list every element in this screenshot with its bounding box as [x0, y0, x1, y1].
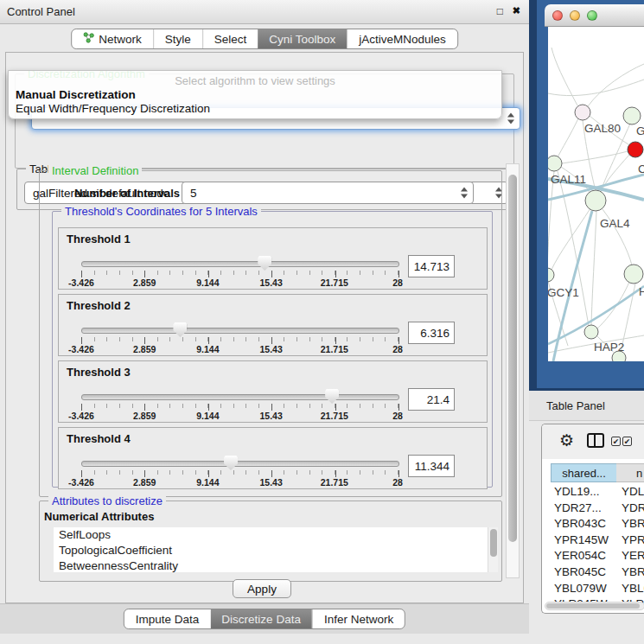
- table-row[interactable]: YBL079WYBL0: [542, 581, 644, 597]
- algorithm-dropdown-popup: Select algorithm to view settings Manual…: [8, 70, 502, 119]
- dropdown-item-equal-width-frequency[interactable]: Equal Width/Frequency Discretization: [16, 102, 210, 115]
- minimize-traffic-light-icon[interactable]: [570, 10, 580, 21]
- table-row[interactable]: YDL19...YDL1: [542, 484, 644, 501]
- threshold-panel: Threshold 2 -3.426 2.859 9.144 15.43: [58, 294, 488, 356]
- table-panel-window: ⚙ ✔ ✔ shared... n YDL19...YDL1 YDR27...Y…: [541, 424, 644, 614]
- threshold-label: Threshold 4: [67, 432, 131, 445]
- list-item[interactable]: BetweennessCentrality: [54, 558, 498, 572]
- network-window-titlebar[interactable]: [545, 4, 644, 27]
- list-item[interactable]: TopologicalCoefficient: [54, 543, 498, 558]
- threshold-value-input[interactable]: 14.713: [408, 255, 455, 277]
- columns-icon[interactable]: [587, 433, 604, 448]
- window-frame: [529, 0, 537, 391]
- table-hscrollbar[interactable]: [545, 602, 644, 610]
- node-label: GA: [636, 124, 644, 137]
- tab-select[interactable]: Select: [202, 29, 258, 48]
- node-selected-red[interactable]: [628, 142, 643, 157]
- threshold-panel: Threshold 1 -3.426 2.859 9.144 15.43: [58, 227, 488, 290]
- node-label: C: [638, 163, 644, 175]
- table-header: shared... n: [542, 463, 644, 483]
- apply-button[interactable]: Apply: [233, 579, 291, 598]
- close-panel-icon[interactable]: ✖: [513, 5, 520, 16]
- close-traffic-light-icon[interactable]: [552, 10, 563, 21]
- tab-label: jActiveMNodules: [359, 33, 446, 46]
- gear-icon[interactable]: ⚙: [559, 430, 574, 450]
- slider-thumb[interactable]: [173, 322, 187, 337]
- slider-ticks: [81, 271, 399, 277]
- tab-label: Impute Data: [136, 613, 200, 626]
- cyni-toolbox-panel: Discretization Algorithm Select algorith…: [5, 52, 524, 603]
- slider-thumb[interactable]: [224, 456, 238, 470]
- threshold-slider[interactable]: [81, 394, 399, 400]
- threshold-panel: Threshold 4 -3.426 2.859 9.144 15.43: [58, 427, 488, 489]
- table-row[interactable]: YBR045CYBR0: [542, 564, 644, 581]
- node[interactable]: [623, 107, 641, 124]
- checkbox-icon[interactable]: ✔: [622, 437, 632, 446]
- control-panel-window: Control Panel □ ✖ Network Style: [0, 0, 530, 644]
- tab-label: Style: [165, 33, 191, 46]
- dropdown-item-manual-discretization[interactable]: Manual Discretization: [16, 88, 136, 101]
- dropdown-hint: Select algorithm to view settings: [9, 74, 501, 87]
- list-scrollbar[interactable]: [488, 527, 498, 572]
- threshold-label: Threshold 3: [67, 366, 131, 379]
- node-gal80[interactable]: [575, 105, 590, 120]
- tab-jactivemnodules[interactable]: jActiveMNodules: [347, 29, 457, 48]
- tab-label: Select: [214, 33, 247, 46]
- tick-labels: -3.426 2.859 9.144 15.43 21.715 28: [81, 344, 398, 354]
- node-gcy1[interactable]: [548, 268, 554, 282]
- scrollbar-thumb[interactable]: [508, 175, 517, 542]
- zoom-traffic-light-icon[interactable]: [587, 10, 597, 21]
- table-row[interactable]: YER054CYER0: [542, 548, 644, 564]
- table-panel-title: Table Panel: [546, 399, 605, 412]
- threshold-value-input[interactable]: 6.316: [408, 322, 455, 344]
- table-row[interactable]: YIL052CYIL0: [542, 613, 644, 614]
- tab-style[interactable]: Style: [153, 29, 202, 48]
- column-header-name[interactable]: n: [616, 463, 644, 482]
- numerical-attributes-list[interactable]: SelfLoops TopologicalCoefficient Between…: [54, 527, 498, 572]
- network-canvas[interactable]: GAL80 GAL11 GAL4 GCY1 HAP2 GA C H: [548, 27, 644, 361]
- table-rows: YDL19...YDL1 YDR27...YDR2 YBR043CYBR0 YP…: [542, 484, 644, 614]
- tab-impute-data[interactable]: Impute Data: [124, 609, 211, 628]
- top-tab-bar: Network Style Select Cyni Toolbox jActiv…: [71, 29, 458, 49]
- slider-ticks: [81, 470, 399, 477]
- node-label: GAL80: [584, 122, 621, 135]
- slider-thumb[interactable]: [258, 256, 271, 271]
- attributes-group: Attributes to discretize Numerical Attri…: [39, 501, 502, 582]
- scrollbar-thumb[interactable]: [490, 529, 497, 557]
- table-row[interactable]: YPR145WYPR1: [542, 532, 644, 549]
- threshold-slider[interactable]: [81, 261, 399, 267]
- node-label: GAL11: [551, 173, 586, 186]
- node-gal11[interactable]: [548, 156, 562, 171]
- node[interactable]: [624, 265, 643, 284]
- node-label: GAL4: [600, 217, 630, 230]
- num-intervals-combobox[interactable]: 5: [182, 182, 474, 204]
- threshold-slider[interactable]: [81, 461, 399, 467]
- node-hap2[interactable]: [584, 325, 598, 339]
- threshold-value-input[interactable]: 21.4: [408, 388, 455, 411]
- node-label: H: [639, 285, 644, 298]
- threshold-slider[interactable]: [81, 328, 399, 334]
- table-row[interactable]: YBR043CYBR0: [542, 516, 644, 532]
- threshold-value-input[interactable]: 11.344: [408, 455, 455, 477]
- stepper-arrows-icon: [507, 113, 514, 124]
- tab-cyni-toolbox[interactable]: Cyni Toolbox: [258, 29, 347, 48]
- tab-discretize-data[interactable]: Discretize Data: [210, 609, 312, 628]
- tab-label: Infer Network: [324, 613, 393, 626]
- tab-infer-network[interactable]: Infer Network: [312, 609, 405, 628]
- column-header-shared-name[interactable]: shared...: [551, 463, 617, 482]
- scrollbar-thumb[interactable]: [546, 603, 640, 609]
- group-title: Threshold's Coordinates for 5 Intervals: [61, 205, 261, 218]
- network-icon: [83, 32, 94, 46]
- float-window-icon[interactable]: □: [497, 5, 503, 17]
- checkbox-icon[interactable]: ✔: [611, 437, 621, 446]
- tick-labels: -3.426 2.859 9.144 15.43 21.715 28: [81, 411, 398, 421]
- threshold-panel: Threshold 3 -3.426 2.859 9.144 15.43: [58, 360, 488, 423]
- tab-network[interactable]: Network: [72, 29, 153, 48]
- list-item[interactable]: SelfLoops: [54, 527, 498, 543]
- table-row[interactable]: YDR27...YDR2: [542, 501, 644, 517]
- slider-thumb[interactable]: [325, 389, 339, 404]
- panel-scrollbar[interactable]: [506, 163, 520, 578]
- node-gal4[interactable]: [585, 190, 606, 211]
- panel-title: Control Panel: [7, 5, 75, 18]
- screen: Control Panel □ ✖ Network Style: [0, 0, 644, 644]
